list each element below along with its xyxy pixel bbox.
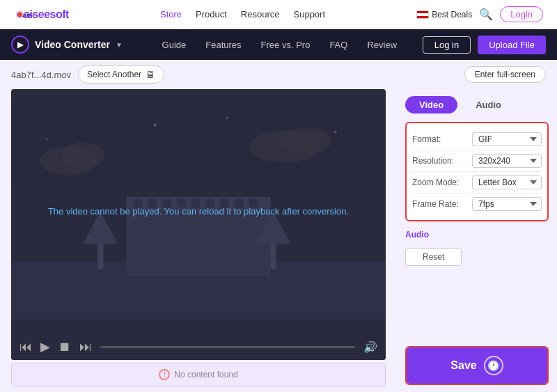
volume-icon[interactable]: 🔊 [363, 340, 377, 354]
guide-link[interactable]: Guide [162, 40, 187, 50]
login-dark-button[interactable]: Log in [423, 36, 471, 54]
svg-point-8 [281, 127, 331, 153]
reset-button[interactable]: Reset [405, 248, 462, 266]
svg-point-6 [61, 142, 104, 168]
save-section: Save 🕐 [405, 346, 549, 385]
nav-links: Guide Features Free vs. Pro FAQ Review [136, 40, 423, 50]
resolution-select[interactable]: 320x240 640x480 1280x720 [472, 154, 542, 168]
no-content-bar: ! No content found [11, 363, 386, 386]
features-link[interactable]: Features [205, 40, 241, 50]
select-another-button[interactable]: Select Another 🖥 [78, 65, 164, 84]
toolbar-left: 4ab7f...4d.mov Select Another 🖥 [11, 65, 164, 84]
svg-point-26 [226, 116, 228, 118]
app-icon: ▶ [11, 36, 29, 54]
logo-text: aiseesoft [24, 8, 69, 21]
search-icon[interactable]: 🔍 [479, 8, 493, 21]
zoom-select[interactable]: Letter Box Pan Scan Full [472, 175, 542, 189]
support-link[interactable]: Support [294, 9, 326, 19]
resolution-row: Resolution: 320x240 640x480 1280x720 [412, 150, 542, 172]
flag-icon [416, 10, 429, 19]
monitor-icon: 🖥 [146, 69, 155, 80]
app-title[interactable]: ▶ Video Converter ▼ [11, 36, 136, 54]
settings-section: Format: GIF MP4 AVI MOV Resolution: 320x… [405, 122, 549, 221]
dropdown-arrow-icon: ▼ [116, 41, 123, 49]
video-display: The video cannot be played. You can relo… [11, 89, 386, 334]
fast-forward-button[interactable]: ⏭ [79, 340, 92, 354]
clock-icon: 🕐 [484, 356, 503, 375]
video-message: The video cannot be played. You can relo… [34, 206, 363, 217]
tab-audio[interactable]: Audio [462, 96, 515, 113]
format-row: Format: GIF MP4 AVI MOV [412, 129, 542, 150]
warning-icon: ! [159, 369, 170, 380]
top-nav-right: Best Deals 🔍 Login [416, 6, 543, 22]
svg-point-27 [334, 131, 337, 134]
upload-file-button[interactable]: Upload File [478, 36, 546, 54]
top-nav-links: Store Product Resource Support [160, 9, 325, 19]
free-vs-pro-link[interactable]: Free vs. Pro [261, 40, 311, 50]
format-label: Format: [412, 134, 441, 144]
resolution-label: Resolution: [412, 156, 454, 166]
login-button[interactable]: Login [500, 6, 543, 22]
right-panel: Video Audio Format: GIF MP4 AVI MOV Reso… [397, 89, 557, 392]
tab-video[interactable]: Video [405, 96, 457, 113]
file-name: 4ab7f...4d.mov [11, 70, 71, 80]
video-area: The video cannot be played. You can relo… [11, 89, 386, 360]
logo: aiseesoft aiseesoft [14, 5, 69, 24]
zoom-row: Zoom Mode: Letter Box Pan Scan Full [412, 172, 542, 194]
format-select[interactable]: GIF MP4 AVI MOV [472, 132, 542, 146]
progress-bar[interactable] [100, 346, 355, 348]
main-content: The video cannot be played. You can relo… [0, 89, 557, 392]
top-nav: aiseesoft aiseesoft Store Product Resour… [0, 0, 557, 29]
audio-link[interactable]: Audio [405, 230, 549, 240]
svg-point-2 [17, 12, 22, 17]
video-controls: ⏮ ▶ ⏹ ⏭ 🔊 [11, 334, 386, 360]
svg-rect-23 [270, 240, 276, 269]
product-link[interactable]: Product [196, 9, 227, 19]
frame-rate-select[interactable]: 7fps 15fps 24fps 30fps [472, 197, 542, 211]
zoom-label: Zoom Mode: [412, 178, 459, 187]
svg-point-28 [46, 138, 48, 140]
stop-button[interactable]: ⏹ [58, 340, 71, 354]
rewind-button[interactable]: ⏮ [19, 340, 32, 354]
save-button[interactable]: Save 🕐 [407, 347, 547, 384]
svg-rect-21 [97, 240, 103, 269]
toolbar: 4ab7f...4d.mov Select Another 🖥 Enter fu… [0, 60, 557, 89]
frame-rate-label: Frame Rate: [412, 199, 459, 209]
review-link[interactable]: Review [367, 40, 397, 50]
best-deals-link[interactable]: Best Deals [416, 10, 472, 19]
second-nav: ▶ Video Converter ▼ Guide Features Free … [0, 29, 557, 60]
fullscreen-button[interactable]: Enter full-screen [464, 66, 546, 83]
play-button[interactable]: ▶ [40, 339, 50, 354]
no-content-text: No content found [174, 370, 237, 379]
resource-link[interactable]: Resource [241, 9, 280, 19]
tab-row: Video Audio [405, 96, 549, 113]
store-link[interactable]: Store [160, 9, 182, 19]
faq-link[interactable]: FAQ [329, 40, 347, 50]
svg-point-25 [154, 123, 157, 126]
second-nav-right: Log in Upload File [423, 36, 546, 54]
frame-rate-row: Frame Rate: 7fps 15fps 24fps 30fps [412, 194, 542, 214]
